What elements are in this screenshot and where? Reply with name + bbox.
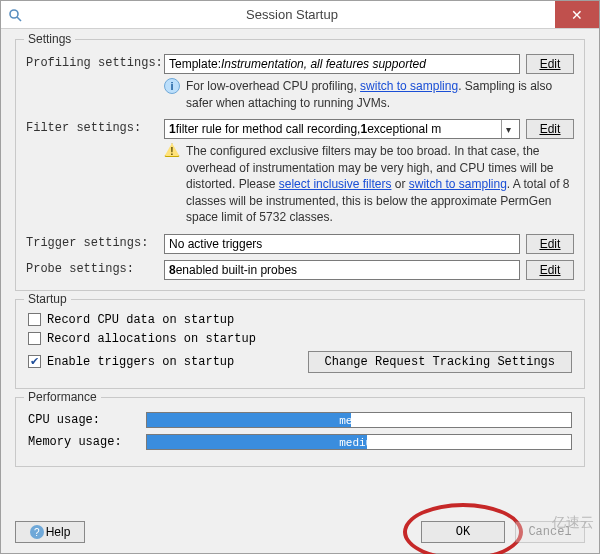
- trigger-edit-button[interactable]: Edit: [526, 234, 574, 254]
- ok-button[interactable]: OK: [421, 521, 505, 543]
- cancel-button[interactable]: Cancel: [515, 521, 585, 543]
- titlebar: Session Startup ✕: [1, 1, 599, 29]
- record-alloc-label: Record allocations on startup: [47, 332, 256, 346]
- svg-point-0: [10, 10, 18, 18]
- memory-usage-bar: medium: [146, 434, 572, 450]
- profiling-label: Profiling settings:: [26, 54, 158, 70]
- change-tracking-button[interactable]: Change Request Tracking Settings: [308, 351, 572, 373]
- cpu-usage-bar: medium: [146, 412, 572, 428]
- startup-group: Startup Record CPU data on startup Recor…: [15, 299, 585, 389]
- memory-usage-text: medium: [147, 435, 571, 451]
- info-icon: i: [164, 78, 180, 94]
- footer: ? Help OK Cancel: [1, 517, 599, 553]
- filter-edit-button[interactable]: Edit: [526, 119, 574, 139]
- warning-icon: !: [164, 143, 180, 157]
- profiling-info-text: For low-overhead CPU profiling, switch t…: [186, 78, 574, 111]
- trigger-label: Trigger settings:: [26, 234, 158, 250]
- filter-field[interactable]: 1 filter rule for method call recording,…: [164, 119, 520, 139]
- cpu-usage-label: CPU usage:: [28, 413, 138, 427]
- filter-warning-text: The configured exclusive filters may be …: [186, 143, 574, 226]
- trigger-field[interactable]: No active triggers: [164, 234, 520, 254]
- help-button[interactable]: ? Help: [15, 521, 85, 543]
- select-inclusive-filters-link[interactable]: select inclusive filters: [279, 177, 392, 191]
- filter-label: Filter settings:: [26, 119, 158, 135]
- window-title: Session Startup: [29, 1, 555, 28]
- cpu-usage-text: medium: [147, 413, 571, 429]
- record-cpu-checkbox[interactable]: [28, 313, 41, 326]
- profiling-prefix: Template:: [169, 57, 221, 71]
- close-button[interactable]: ✕: [555, 1, 599, 28]
- memory-usage-label: Memory usage:: [28, 435, 138, 449]
- record-alloc-checkbox[interactable]: [28, 332, 41, 345]
- profiling-edit-button[interactable]: Edit: [526, 54, 574, 74]
- probe-label: Probe settings:: [26, 260, 158, 276]
- record-cpu-label: Record CPU data on startup: [47, 313, 234, 327]
- profiling-value: Instrumentation, all features supported: [221, 57, 426, 71]
- performance-legend: Performance: [24, 390, 101, 404]
- settings-legend: Settings: [24, 32, 75, 46]
- performance-group: Performance CPU usage: medium Memory usa…: [15, 397, 585, 467]
- chevron-down-icon[interactable]: ▾: [501, 120, 515, 138]
- probe-edit-button[interactable]: Edit: [526, 260, 574, 280]
- switch-to-sampling-link-2[interactable]: switch to sampling: [409, 177, 507, 191]
- help-icon: ?: [30, 525, 44, 539]
- switch-to-sampling-link[interactable]: switch to sampling: [360, 79, 458, 93]
- svg-line-1: [17, 17, 21, 21]
- app-icon: [1, 1, 29, 28]
- settings-group: Settings Profiling settings: Template: I…: [15, 39, 585, 291]
- probe-field[interactable]: 8 enabled built-in probes: [164, 260, 520, 280]
- profiling-field[interactable]: Template: Instrumentation, all features …: [164, 54, 520, 74]
- enable-triggers-checkbox[interactable]: [28, 355, 41, 368]
- startup-legend: Startup: [24, 292, 71, 306]
- enable-triggers-label: Enable triggers on startup: [47, 355, 234, 369]
